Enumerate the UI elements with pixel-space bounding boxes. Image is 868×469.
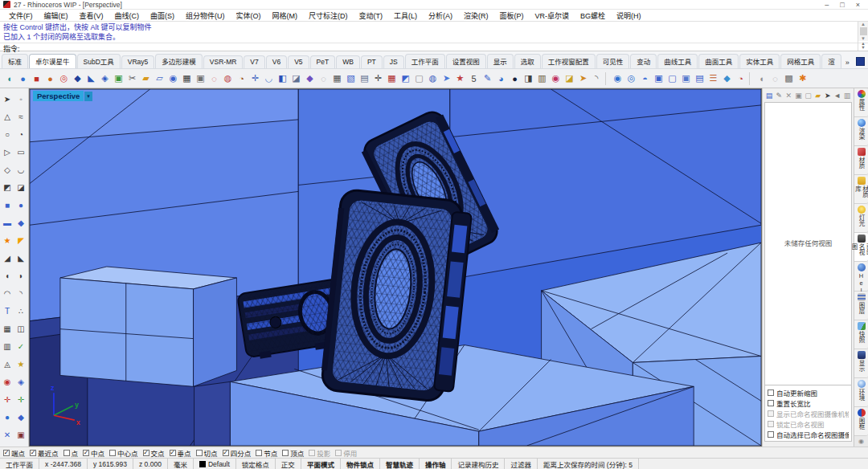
menu-item-16[interactable]: 说明(H) (611, 10, 647, 22)
checkbox[interactable] (282, 450, 289, 456)
checkbox[interactable] (256, 450, 262, 456)
tool-ball-blue-icon[interactable]: ● (1, 408, 14, 426)
status-cell-12[interactable]: 记录建构历史 (452, 459, 505, 469)
menu-item-4[interactable]: 曲面(S) (145, 10, 180, 22)
toolbar-panel-blue-4-icon[interactable]: ▤ (693, 71, 706, 86)
toolbar-cube-icon[interactable]: ▧ (344, 71, 358, 86)
osnap-垂点[interactable]: ✓垂点 (170, 448, 191, 458)
tool-magnet-icon[interactable]: ◉ (1, 373, 14, 390)
toolbar-maple-leaf-icon[interactable]: ✱ (796, 71, 809, 86)
toolbar-tab-2[interactable]: SubD工具 (77, 54, 121, 68)
scroll-up-icon[interactable]: ▲ (861, 22, 866, 27)
toolbar-tilt-plane-icon[interactable]: ◩ (399, 71, 412, 86)
checkbox[interactable] (768, 400, 774, 406)
viewport-title[interactable]: Perspective ▾ (33, 91, 92, 101)
toolbar-tab-16[interactable]: 选取 (514, 54, 541, 68)
tool-cutter-icon[interactable]: ✕ (1, 426, 14, 443)
toolbar-panel-blue-3-icon[interactable]: ▣ (679, 71, 693, 86)
menu-item-6[interactable]: 实体(O) (231, 10, 267, 22)
command-input[interactable]: 指令: (0, 43, 868, 53)
toolbar-yellow-arrow-icon[interactable]: ➤ (576, 71, 590, 86)
tool-check-icon[interactable]: ✓ (14, 337, 28, 355)
toolbar-bowl-icon[interactable]: ◡ (262, 71, 276, 86)
toolbar-tab-11[interactable]: PT (361, 55, 383, 68)
toolbar-tab-5[interactable]: VSR-MR (203, 55, 244, 68)
toolbar-tab-20[interactable]: 曲线工具 (657, 54, 698, 68)
viewport-perspective[interactable]: z y x Perspective ▾ (29, 88, 762, 447)
toolbar-pen-icon[interactable]: ✎ (481, 71, 494, 86)
toolbar-tab-22[interactable]: 实体工具 (739, 54, 780, 68)
tool-slab-icon[interactable]: ▬ (1, 214, 14, 231)
toolbar-five-icon[interactable]: 5 (467, 71, 481, 86)
menu-item-9[interactable]: 变动(T) (354, 10, 389, 22)
toolbar-orbit-curve-icon[interactable]: ◖ (2, 71, 16, 86)
osnap-节点[interactable]: 节点 (256, 448, 277, 458)
toolbar-checker-icon[interactable]: ▦ (180, 71, 194, 86)
menu-item-0[interactable]: 文件(F) (3, 10, 39, 22)
tool-book-red-icon[interactable]: ▣ (14, 426, 28, 443)
menu-item-12[interactable]: 渲染(R) (458, 10, 494, 22)
tool-spark-orange-icon[interactable]: ★ (1, 231, 14, 249)
toolbar-sync-icon[interactable]: ◉ (611, 71, 624, 86)
tool-freeform-icon[interactable]: ◡ (14, 161, 28, 178)
tool-red-cross-icon[interactable]: ✛ (1, 390, 14, 408)
viewport-canvas[interactable]: z y x (30, 89, 761, 446)
panel-save-icon[interactable]: ▤ (765, 90, 773, 100)
toolbar-dot-grid-icon[interactable]: ▦ (330, 71, 344, 86)
checkbox[interactable]: ✓ (83, 450, 89, 456)
status-cell-6[interactable]: 锁定格点 (236, 459, 276, 469)
tool-point-icon[interactable]: ◦ (14, 90, 28, 108)
toolbar-move-icon[interactable]: ✛ (371, 71, 385, 86)
toolbar-panel-blue-2-icon[interactable]: ▢ (665, 71, 679, 86)
panel-tab-材质[interactable]: 材质 (854, 146, 868, 175)
toolbar-pie-icon[interactable]: ◔ (734, 71, 747, 86)
checkbox[interactable]: ✓ (30, 450, 36, 456)
menu-item-7[interactable]: 网格(M) (267, 10, 304, 22)
toolbar-tab-23[interactable]: 网格工具 (780, 54, 821, 68)
toolbar-tab-4[interactable]: 多边形建模 (155, 54, 203, 68)
toolbar-dot-ball-icon[interactable]: ◌ (768, 71, 782, 86)
viewport-dropdown-icon[interactable]: ▾ (84, 92, 92, 101)
status-cell-0[interactable]: 工作平面 (0, 459, 39, 469)
tool-surface-icon[interactable]: ◩ (1, 178, 14, 196)
menu-item-5[interactable]: 组分物件(U) (180, 10, 231, 22)
osnap-切点[interactable]: 切点 (196, 448, 218, 458)
status-cell-10[interactable]: 智慧轨迹 (380, 459, 420, 469)
status-cell-8[interactable]: 平面模式 (301, 459, 341, 469)
tool-circle-icon[interactable]: ○ (1, 125, 14, 143)
toolbar-orb-icon[interactable]: ◉ (166, 71, 180, 86)
toolbar-clock-icon[interactable]: ◔ (235, 71, 248, 86)
toolbar-tab-8[interactable]: V5 (288, 55, 309, 68)
toolbar-green-photo-icon[interactable]: ▣ (112, 71, 125, 86)
toolbar-tab-18[interactable]: 可见性 (596, 54, 630, 68)
panel-option-1[interactable]: 重置长宽比 (768, 398, 849, 408)
toolbar-navy-gem-icon[interactable]: ◆ (71, 71, 84, 86)
toolbar-plane-add-icon[interactable]: ➤ (440, 71, 453, 86)
panel-tab-快照[interactable]: 快照 (854, 320, 868, 349)
named-views-list[interactable]: 未储存任何视图 (764, 102, 852, 385)
tool-cursor-icon[interactable]: ➤ (1, 90, 14, 108)
toolbar-half-square-icon[interactable]: ◨ (522, 71, 535, 86)
menu-item-14[interactable]: VR-卓尔谟 (530, 10, 575, 22)
panel-undo-icon[interactable]: ◄ (833, 90, 841, 100)
close-button[interactable]: × (856, 1, 860, 9)
toolbar-red-box-icon[interactable]: ■ (30, 71, 43, 86)
panel-copy-icon[interactable]: ▣ (794, 90, 802, 100)
status-cell-4[interactable]: 毫米 (168, 459, 194, 469)
tool-hatch-icon[interactable]: ◫ (14, 320, 28, 337)
toolbar-tab-17[interactable]: 工作视窗配置 (542, 54, 596, 68)
osnap-顶点[interactable]: 顶点 (282, 448, 304, 458)
status-cell-5[interactable]: Default (194, 459, 236, 469)
status-cell-9[interactable]: 物件锁点 (341, 459, 380, 469)
toolbar-gem-icon[interactable]: ◈ (98, 71, 112, 86)
osnap-中心点[interactable]: 中心点 (109, 448, 138, 458)
checkbox[interactable]: ✓ (3, 450, 10, 456)
panel-tab-渲染[interactable]: 渲染 (854, 117, 868, 146)
menu-item-1[interactable]: 编辑(E) (39, 10, 74, 22)
menu-item-8[interactable]: 尺寸标注(D) (303, 10, 354, 22)
toolbar-tab-6[interactable]: V7 (244, 55, 264, 68)
tool-green-cross-icon[interactable]: ✛ (14, 390, 28, 408)
toolbar-scissors-icon[interactable]: ✂ (125, 71, 139, 86)
tool-ellipse-icon[interactable]: ◔ (14, 125, 28, 143)
osnap-端点[interactable]: ✓端点 (3, 448, 25, 458)
